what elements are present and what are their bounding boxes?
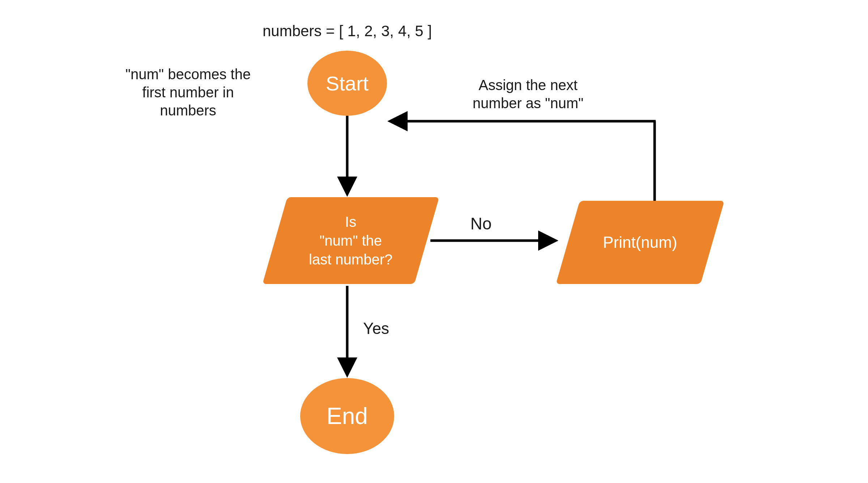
edge-label-yes: Yes: [358, 318, 394, 338]
edge-label-no: No: [463, 213, 499, 234]
decision-line-1: Is: [309, 212, 392, 231]
decision-node-text: Is "num" the last number?: [309, 212, 392, 269]
flowchart-canvas: numbers = [ 1, 2, 3, 4, 5 ] "num" become…: [0, 0, 868, 483]
end-node: End: [300, 378, 394, 454]
numbers-array-label: numbers = [ 1, 2, 3, 4, 5 ]: [253, 22, 441, 41]
decision-line-2: "num" the: [309, 231, 392, 250]
end-node-label: End: [327, 403, 368, 429]
annotation-first-num: "num" becomes the first number in number…: [112, 65, 264, 119]
print-node: Print(num): [556, 201, 724, 284]
print-node-label: Print(num): [603, 233, 677, 251]
decision-node: Is "num" the last number?: [263, 197, 439, 284]
annotation-next-num: Assign the next number as "num": [452, 76, 604, 112]
start-node-label: Start: [326, 72, 369, 95]
decision-line-3: last number?: [309, 250, 392, 269]
start-node: Start: [307, 51, 387, 116]
